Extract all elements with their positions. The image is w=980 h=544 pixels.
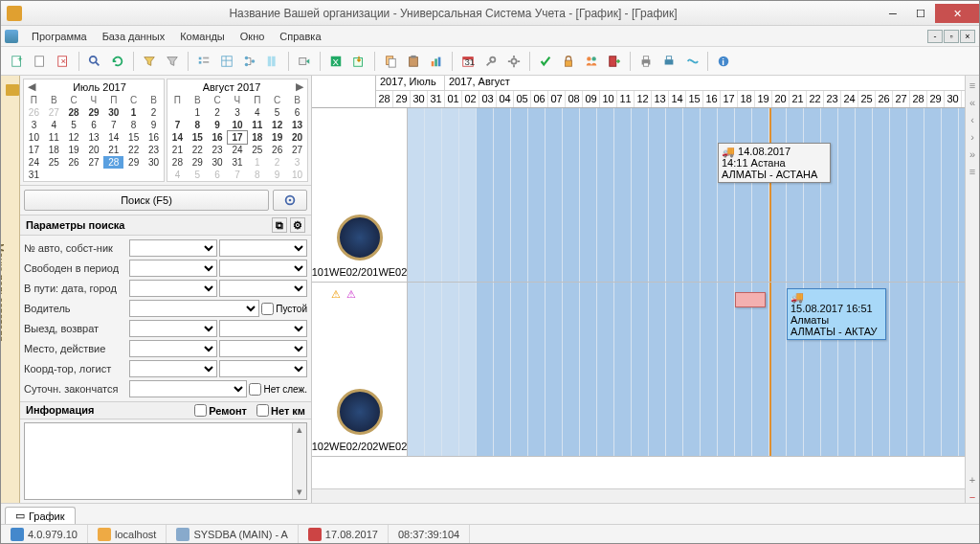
day-header[interactable]: 28 — [910, 91, 927, 107]
cal-day[interactable]: 21 — [167, 144, 188, 156]
menu-Команды[interactable]: Команды — [172, 29, 233, 44]
cal-day[interactable]: 3 — [24, 119, 44, 131]
cal-day[interactable]: 10 — [287, 169, 307, 181]
cal-day[interactable]: 7 — [167, 119, 188, 131]
mdi-close-button[interactable]: × — [960, 30, 975, 43]
cal-day[interactable] — [64, 169, 84, 181]
users-icon[interactable] — [581, 51, 602, 72]
cal-day[interactable]: 1 — [247, 156, 267, 169]
cal-day[interactable]: 30 — [144, 156, 164, 169]
cal-day[interactable]: 11 — [247, 119, 267, 131]
target-button[interactable] — [273, 190, 307, 211]
day-header[interactable]: 11 — [617, 91, 635, 107]
vehicle-label[interactable]: 101WE02/201WE02 — [312, 108, 408, 282]
cal-day[interactable]: 20 — [287, 131, 307, 144]
param-check[interactable]: Нет слеж. — [249, 383, 307, 396]
day-header[interactable]: 31 — [428, 91, 445, 107]
vertical-scrollbar[interactable]: ≡«‹›»≡ +− — [965, 76, 979, 503]
export-icon[interactable] — [348, 51, 369, 72]
param-combo[interactable] — [129, 340, 217, 357]
day-header[interactable]: 23 — [824, 91, 841, 107]
grid-icon[interactable] — [216, 51, 237, 72]
excel-icon[interactable]: X — [325, 51, 346, 72]
cal-day[interactable]: 31 — [228, 156, 248, 169]
cal-day[interactable]: 29 — [188, 156, 208, 169]
cal-day[interactable]: 12 — [64, 131, 84, 144]
exit-icon[interactable] — [604, 51, 625, 72]
cal-day[interactable]: 7 — [228, 169, 248, 181]
cal-day[interactable]: 11 — [44, 131, 64, 144]
info-textarea[interactable]: ▴▾ — [24, 422, 307, 500]
clipboard-icon[interactable] — [380, 51, 401, 72]
import-icon[interactable] — [294, 51, 315, 72]
cal-day[interactable]: 8 — [247, 169, 267, 181]
day-header[interactable]: 15 — [686, 91, 703, 107]
horizontal-scrollbar[interactable] — [312, 488, 979, 503]
cal-day[interactable]: 1 — [123, 106, 144, 119]
cal-day[interactable]: 22 — [188, 144, 208, 156]
param-combo[interactable] — [129, 280, 217, 297]
vehicle-label[interactable]: 102WE02/202WE02 — [312, 283, 408, 456]
day-header[interactable]: 01 — [445, 91, 462, 107]
cal-day[interactable]: 13 — [287, 119, 307, 131]
cal-day[interactable]: 31 — [24, 169, 44, 181]
cal-day[interactable] — [103, 169, 123, 181]
info-icon[interactable]: i — [713, 51, 734, 72]
cal-day[interactable]: 5 — [267, 106, 287, 119]
settings-icon[interactable]: ⚙ — [290, 217, 305, 233]
param-combo[interactable] — [129, 260, 217, 277]
cal-day[interactable]: 6 — [208, 169, 228, 181]
cal-day[interactable]: 15 — [188, 131, 208, 144]
cal-day[interactable]: 25 — [44, 156, 64, 169]
cal-day[interactable]: 14 — [167, 131, 188, 144]
cal-day[interactable]: 14 — [103, 131, 123, 144]
gear-icon[interactable] — [503, 51, 524, 72]
cal-day[interactable] — [144, 169, 164, 181]
cal-day[interactable]: 19 — [267, 131, 287, 144]
cal-prev-icon[interactable]: ◀ — [26, 80, 37, 93]
day-header[interactable]: 29 — [393, 91, 411, 107]
cal-day[interactable]: 26 — [24, 106, 44, 119]
edit-icon[interactable] — [30, 51, 51, 72]
cal-day[interactable]: 28 — [167, 156, 188, 169]
maximize-button[interactable]: ☐ — [907, 4, 934, 23]
calendar-july[interactable]: ◀Июль 2017 ПВСЧПСВ2627282930123456789101… — [23, 79, 165, 182]
cal-day[interactable]: 23 — [208, 144, 228, 156]
day-header[interactable]: 30 — [945, 91, 962, 107]
cal-day[interactable]: 27 — [287, 144, 307, 156]
cal-day[interactable]: 17 — [228, 131, 248, 144]
nokm-checkbox[interactable]: Нет км — [256, 404, 305, 417]
param-check[interactable]: Пустой — [261, 303, 307, 315]
columns-icon[interactable] — [262, 51, 283, 72]
param-combo2[interactable] — [219, 320, 307, 337]
cal-day[interactable]: 16 — [208, 131, 228, 144]
cal-day[interactable]: 8 — [188, 119, 208, 131]
cal-day[interactable]: 17 — [24, 144, 44, 156]
day-header[interactable]: 24 — [841, 91, 858, 107]
cal-day[interactable]: 4 — [167, 169, 188, 181]
cal-day[interactable]: 2 — [208, 106, 228, 119]
cal-day[interactable]: 6 — [84, 119, 104, 131]
cal-day[interactable]: 30 — [103, 106, 123, 119]
cal-day[interactable]: 29 — [84, 106, 104, 119]
menu-База данных[interactable]: База данных — [95, 29, 173, 44]
cal-day[interactable]: 27 — [44, 106, 64, 119]
cal-day[interactable]: 6 — [287, 106, 307, 119]
cal-day[interactable]: 8 — [123, 119, 144, 131]
tools-icon[interactable] — [480, 51, 501, 72]
cal-day[interactable]: 3 — [287, 156, 307, 169]
day-header[interactable]: 06 — [531, 91, 548, 107]
day-header[interactable]: 22 — [807, 91, 824, 107]
param-combo2[interactable] — [219, 340, 307, 357]
param-combo[interactable] — [129, 300, 259, 317]
param-combo2[interactable] — [219, 260, 307, 277]
day-header[interactable]: 17 — [721, 91, 738, 107]
cal-day[interactable] — [123, 169, 144, 181]
param-combo[interactable] — [129, 360, 217, 377]
cal-day[interactable] — [84, 169, 104, 181]
day-header[interactable]: 29 — [927, 91, 945, 107]
cal-day[interactable]: 20 — [84, 144, 104, 156]
day-header[interactable]: 27 — [893, 91, 910, 107]
cal-day[interactable]: 9 — [144, 119, 164, 131]
day-header[interactable]: 12 — [635, 91, 652, 107]
